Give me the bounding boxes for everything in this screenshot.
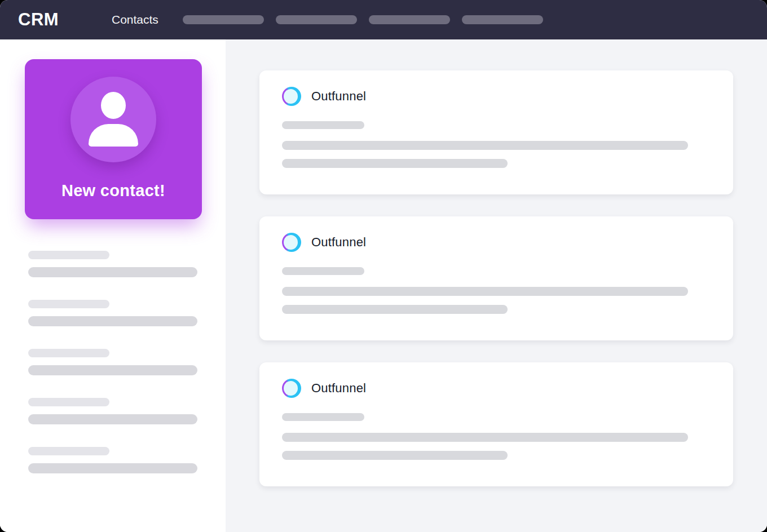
nav-item-placeholder-4[interactable]	[462, 15, 543, 24]
placeholder-bar-long	[282, 141, 688, 150]
sidebar-skeleton-group	[28, 251, 197, 277]
new-contact-button[interactable]: New contact!	[25, 59, 202, 219]
placeholder-bar-long	[28, 414, 197, 424]
nav-item-contacts[interactable]: Contacts	[112, 13, 158, 26]
outfunnel-logo-icon	[282, 379, 301, 398]
placeholder-bar-short	[28, 398, 109, 406]
placeholder-bar-long	[28, 365, 197, 375]
nav-item-placeholder-2[interactable]	[276, 15, 357, 24]
sidebar-skeleton-list	[28, 251, 197, 496]
nav-item-placeholder-3[interactable]	[369, 15, 450, 24]
main-pane: Outfunnel Outfunnel Outfunnel	[226, 39, 767, 532]
placeholder-bar-long	[282, 433, 688, 442]
placeholder-bar-short	[28, 447, 109, 455]
card-title: Outfunnel	[311, 235, 366, 250]
card-title: Outfunnel	[311, 381, 366, 396]
placeholder-bar-medium	[282, 305, 508, 314]
outfunnel-logo-icon	[282, 87, 301, 106]
crm-app-window: CRM Contacts New contact!	[0, 0, 767, 532]
placeholder-bar-long	[282, 287, 688, 296]
placeholder-bar-long	[28, 316, 197, 326]
placeholder-bar-long	[28, 463, 197, 473]
card-header: Outfunnel	[282, 233, 711, 252]
outfunnel-logo-icon	[282, 233, 301, 252]
avatar	[70, 77, 156, 162]
placeholder-bar-medium	[282, 451, 508, 460]
sidebar-skeleton-group	[28, 300, 197, 326]
placeholder-bar-short	[282, 267, 364, 275]
placeholder-bar-short	[28, 300, 109, 308]
placeholder-bar-medium	[282, 159, 508, 168]
nav-item-placeholder-1[interactable]	[183, 15, 264, 24]
top-navbar: CRM Contacts	[0, 0, 767, 39]
app-logo: CRM	[18, 10, 91, 30]
outfunnel-card-3[interactable]: Outfunnel	[259, 362, 733, 486]
sidebar: New contact!	[0, 39, 226, 532]
person-icon	[101, 92, 126, 119]
sidebar-skeleton-group	[28, 447, 197, 473]
placeholder-bar-short	[282, 121, 364, 129]
outfunnel-card-1[interactable]: Outfunnel	[259, 70, 733, 194]
placeholder-bar-long	[28, 267, 197, 277]
card-header: Outfunnel	[282, 87, 711, 106]
card-title: Outfunnel	[311, 89, 366, 104]
new-contact-label: New contact!	[25, 181, 202, 200]
card-header: Outfunnel	[282, 379, 711, 398]
person-icon-body	[89, 124, 138, 147]
sidebar-skeleton-group	[28, 398, 197, 424]
outfunnel-card-2[interactable]: Outfunnel	[259, 216, 733, 340]
placeholder-bar-short	[28, 349, 109, 357]
placeholder-bar-short	[28, 251, 109, 259]
content-area: New contact!	[0, 39, 767, 532]
sidebar-skeleton-group	[28, 349, 197, 375]
placeholder-bar-short	[282, 413, 364, 421]
